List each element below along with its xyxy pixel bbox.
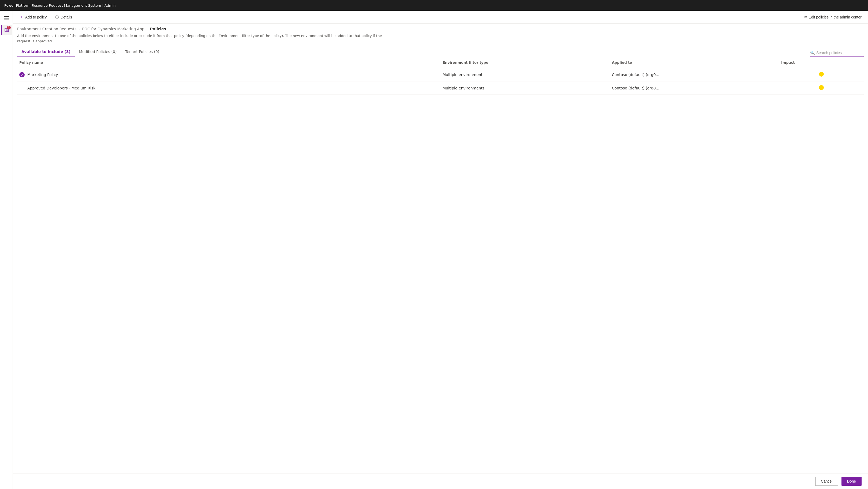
table-header: Policy name Environment filter type Appl… [17,57,864,68]
row-selector: Marketing Policy [19,72,438,77]
selected-indicator [19,72,25,77]
impact-cell-1 [779,82,864,95]
content-area: ＋ Add to policy ⓘ Details ⧉ Edit policie… [13,11,868,489]
breadcrumb: Environment Creation Requests › POC for … [13,24,868,31]
policy-name-1: Approved Developers - Medium Risk [27,86,95,90]
details-button[interactable]: ⓘ Details [53,14,74,21]
tabs-list: Available to include (3) Modified Polici… [17,47,163,57]
search-box: 🔍 [810,50,864,57]
col-header-impact: Impact [779,57,864,68]
edit-policies-label: Edit policies in the admin center [808,15,862,19]
checkmark-icon [20,73,24,76]
row-selector: Approved Developers - Medium Risk [19,86,438,91]
top-toolbar: ＋ Add to policy ⓘ Details ⧉ Edit policie… [13,11,868,24]
breadcrumb-item-2: Policies [150,27,166,31]
col-header-filter-type: Environment filter type [440,57,610,68]
hamburger-menu-button[interactable] [1,13,12,24]
svg-rect-1 [6,29,8,31]
page-description: Add the environment to one of the polici… [13,31,388,47]
info-icon: ⓘ [55,15,59,20]
impact-cell-0 [779,68,864,82]
notification-badge: 1 [7,26,11,29]
search-input[interactable] [816,51,859,55]
tab-available-to-include[interactable]: Available to include (3) [17,47,75,57]
col-header-applied-to: Applied to [610,57,779,68]
add-to-policy-button[interactable]: ＋ Add to policy [17,13,49,21]
title-bar: Power Platform Resource Request Manageme… [0,0,868,11]
tab-modified-policies[interactable]: Modified Policies (0) [75,47,121,57]
details-label: Details [61,15,72,19]
sidebar-nav-home[interactable]: 1 [1,25,12,35]
plus-icon: ＋ [19,14,24,20]
table-row[interactable]: Approved Developers - Medium Risk Multip… [17,82,864,95]
breadcrumb-separator-1: › [147,27,148,31]
hamburger-icon [4,17,9,20]
unselected-indicator [19,86,25,91]
breadcrumb-item-0[interactable]: Environment Creation Requests [17,27,76,31]
impact-dot-1 [819,85,824,90]
tabs-row: Available to include (3) Modified Polici… [13,47,868,57]
bottom-bar: Cancel Done [13,473,868,489]
filter-type-cell-0: Multiple environments [440,68,610,82]
impact-dot-0 [819,72,824,76]
title-bar-text: Power Platform Resource Request Manageme… [4,3,116,7]
search-icon: 🔍 [810,51,815,55]
header-row: Policy name Environment filter type Appl… [17,57,864,68]
policy-name-cell: Marketing Policy [17,68,440,82]
policies-table: Policy name Environment filter type Appl… [17,57,864,95]
table-body: Marketing Policy Multiple environments C… [17,68,864,95]
policy-name-0: Marketing Policy [27,72,58,77]
sidebar: 1 [0,11,13,489]
done-button[interactable]: Done [841,477,862,486]
table-row[interactable]: Marketing Policy Multiple environments C… [17,68,864,82]
add-to-policy-label: Add to policy [25,15,46,19]
cancel-button[interactable]: Cancel [815,477,838,486]
edit-policies-button[interactable]: ⧉ Edit policies in the admin center [802,14,864,20]
table-container: Policy name Environment filter type Appl… [13,57,868,473]
filter-type-cell-1: Multiple environments [440,82,610,95]
app-layout: 1 ＋ Add to policy ⓘ Details ⧉ Edit polic… [0,11,868,489]
tab-tenant-policies[interactable]: Tenant Policies (0) [121,47,163,57]
breadcrumb-item-1[interactable]: POC for Dynamics Marketing App [82,27,145,31]
policy-name-cell: Approved Developers - Medium Risk [17,82,440,95]
col-header-policy-name: Policy name [17,57,440,68]
external-link-icon: ⧉ [805,15,807,19]
breadcrumb-separator-0: › [79,27,80,31]
applied-to-cell-1: Contoso (default) (org0... [610,82,779,95]
applied-to-cell-0: Contoso (default) (org0... [610,68,779,82]
